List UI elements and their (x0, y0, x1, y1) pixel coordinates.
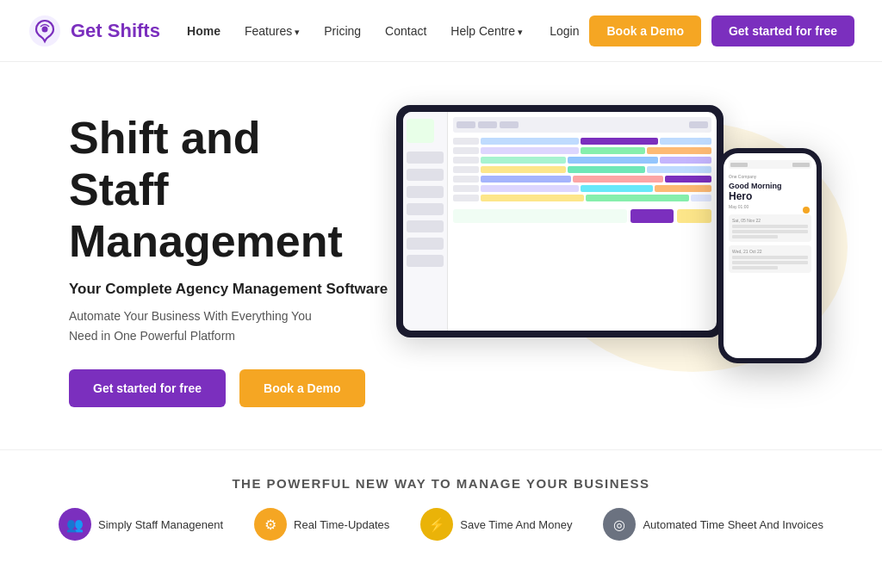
feature-automated: ◎ Automated Time Sheet And Invoices (603, 508, 823, 541)
table-row (453, 157, 711, 164)
row-bar (586, 195, 689, 201)
row-bar (581, 185, 653, 192)
main-nav: Home Features Pricing Contact Help Centr… (187, 24, 523, 38)
nav-pricing[interactable]: Pricing (324, 24, 361, 38)
feature-save: ⚡ Save Time And Money (420, 508, 572, 541)
tablet-logo (407, 119, 434, 143)
sidebar-item (407, 238, 444, 250)
sidebar-item (407, 152, 444, 164)
top-bar-item (478, 121, 497, 128)
row-bar (481, 166, 566, 173)
tagline-title: THE POWERFUL NEW WAY TO MANAGE YOUR BUSI… (52, 476, 830, 491)
row-bar (647, 166, 711, 173)
hero-book-demo-button[interactable]: Book a Demo (239, 369, 364, 407)
header: Get Shifts Home Features Pricing Contact… (0, 0, 882, 62)
header-actions: Login Book a Demo Get started for free (550, 15, 854, 46)
nav-features[interactable]: Features (245, 24, 300, 38)
notif-date: Sat, 05 Nov 22 (732, 218, 808, 223)
notif-date: Wed, 21 Oct 22 (732, 249, 808, 254)
row-bar (660, 157, 711, 164)
hero-get-started-button[interactable]: Get started for free (69, 369, 226, 407)
row-label (453, 176, 479, 183)
tablet-sidebar (403, 112, 448, 331)
row-label (453, 195, 479, 201)
phone-screen: One Company Good MorningHero May 01:00 S… (724, 153, 817, 358)
row-bar (655, 185, 711, 192)
tablet-screen (403, 112, 717, 331)
feature-realtime: ⚙ Real Time-Updates (254, 508, 389, 541)
hero-content: Shift and Staff Management Your Complete… (69, 113, 396, 407)
top-bar-item (689, 121, 708, 128)
row-bar (481, 147, 579, 154)
phone-greeting: Good MorningHero (729, 182, 811, 202)
hero-section: Shift and Staff Management Your Complete… (0, 62, 882, 449)
hero-description: Automate Your Business With Everything Y… (69, 306, 327, 345)
book-demo-button[interactable]: Book a Demo (589, 15, 700, 46)
row-bar (691, 195, 711, 201)
phone-date: May 01:00 (729, 204, 811, 209)
table-row (453, 166, 711, 173)
sidebar-item (407, 186, 444, 198)
row-bar (481, 138, 579, 145)
table-row (453, 176, 711, 183)
tablet-mockup (396, 105, 724, 337)
save-icon: ⚡ (428, 517, 445, 533)
login-button[interactable]: Login (550, 24, 579, 38)
tablet-top-bar (453, 117, 711, 133)
phone-mockup: One Company Good MorningHero May 01:00 S… (718, 148, 822, 363)
sidebar-item (407, 220, 444, 232)
row-bar (573, 176, 663, 183)
nav-home[interactable]: Home (187, 24, 220, 38)
phone-time (730, 163, 748, 167)
row-bar (481, 195, 584, 201)
hero-title: Shift and Staff Management (69, 113, 396, 267)
save-icon-circle: ⚡ (420, 508, 453, 541)
notif-line (732, 225, 808, 228)
sidebar-item (407, 169, 444, 181)
automated-icon: ◎ (613, 517, 625, 533)
row-bar (481, 176, 571, 183)
sidebar-item (407, 203, 444, 215)
logo[interactable]: Get Shifts (28, 14, 160, 48)
phone-icons (792, 163, 810, 167)
row-bar (568, 166, 645, 173)
notif-line (732, 256, 808, 259)
row-bar (665, 176, 711, 183)
notif-line (732, 261, 808, 264)
tablet-main-area (448, 112, 717, 331)
tagline-section: THE POWERFUL NEW WAY TO MANAGE YOUR BUSI… (0, 449, 882, 558)
staff-icon-circle: 👥 (59, 508, 91, 541)
row-bar (581, 147, 645, 154)
feature-staff-label: Simply Staff Managenent (98, 518, 223, 531)
nav-help-centre[interactable]: Help Centre (450, 24, 523, 38)
row-bar (481, 157, 566, 164)
logo-icon (28, 14, 62, 48)
feature-realtime-label: Real Time-Updates (294, 518, 389, 531)
realtime-icon: ⚙ (264, 517, 276, 533)
hero-buttons: Get started for free Book a Demo (69, 369, 396, 407)
staff-icon: 👥 (66, 517, 84, 533)
svg-point-1 (42, 26, 48, 32)
hero-subtitle: Your Complete Agency Management Software (69, 281, 396, 298)
realtime-icon-circle: ⚙ (254, 508, 287, 541)
notif-short (732, 235, 778, 238)
logo-text: Get Shifts (71, 20, 160, 42)
automated-icon-circle: ◎ (603, 508, 636, 541)
row-label (453, 157, 479, 164)
row-bar (481, 185, 579, 192)
top-bar-item (500, 121, 519, 128)
row-label (453, 166, 479, 173)
row-bar (581, 138, 658, 145)
table-row (453, 138, 711, 145)
phone-notification-dot (803, 207, 810, 214)
nav-contact[interactable]: Contact (385, 24, 426, 38)
table-row (453, 147, 711, 154)
table-row (453, 195, 711, 201)
row-label (453, 185, 479, 192)
row-bar (568, 157, 658, 164)
top-bar-item (457, 121, 475, 128)
row-label (453, 147, 479, 154)
feature-staff: 👥 Simply Staff Managenent (59, 508, 223, 541)
get-started-button[interactable]: Get started for free (711, 15, 854, 46)
phone-notification-2: Wed, 21 Oct 22 (729, 245, 811, 273)
